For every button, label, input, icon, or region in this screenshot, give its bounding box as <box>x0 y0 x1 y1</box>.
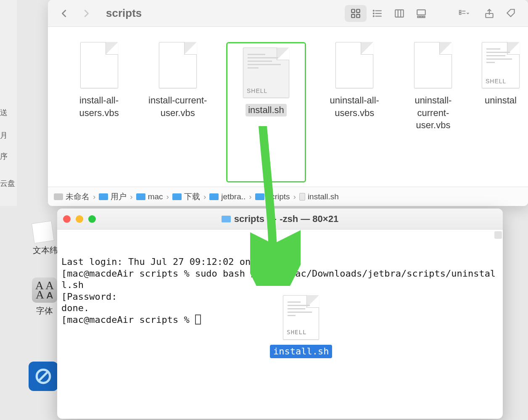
path-segment[interactable]: install.sh <box>299 192 339 201</box>
prohibit-icon <box>29 362 58 391</box>
svg-point-7 <box>373 10 374 11</box>
folder-icon <box>99 193 108 200</box>
file-item[interactable]: uninstall-all-users.vbs <box>325 42 385 182</box>
terminal-line: [mac@macdeAir scripts % sudo bash /Users… <box>61 268 496 291</box>
svg-rect-14 <box>417 16 419 17</box>
folder-icon <box>172 193 182 200</box>
path-segment[interactable]: 下载 <box>172 191 200 202</box>
file-item[interactable]: uninstall-current-user.vbs <box>403 42 463 182</box>
fontbook-icon: A A A ᴀ <box>32 277 57 303</box>
view-gallery-button[interactable] <box>410 5 432 22</box>
view-columns-button[interactable] <box>388 5 410 22</box>
file-icon <box>159 42 197 88</box>
file-label: uninstall-current-user.vbs <box>403 94 463 132</box>
finder-sidebar-fragment: 送 月 序 云盘 <box>0 0 17 206</box>
share-button[interactable] <box>478 5 500 22</box>
finder-file-grid: install-all-users.vbs install-current-us… <box>48 27 528 187</box>
view-list-button[interactable] <box>367 5 388 22</box>
file-label: install-current-user.vbs <box>148 94 208 119</box>
path-segment[interactable]: 未命名 <box>54 191 90 202</box>
forward-button[interactable] <box>82 7 91 20</box>
group-by-button[interactable] <box>450 5 478 22</box>
file-item[interactable]: install-all-users.vbs <box>69 42 129 182</box>
path-segment[interactable]: mac <box>136 192 163 201</box>
file-item[interactable]: install-current-user.vbs <box>148 42 208 182</box>
terminal-window: scripts — -zsh — 80×21 Last login: Thu J… <box>57 209 503 419</box>
sidebar-fragment-item: 送 <box>0 108 8 118</box>
window-close-button[interactable] <box>63 215 71 223</box>
terminal-line: [Password: <box>61 291 117 302</box>
terminal-titlebar[interactable]: scripts — -zsh — 80×21 <box>57 209 503 230</box>
finder-title: scripts <box>106 7 142 20</box>
path-segment[interactable]: scripts <box>255 192 290 201</box>
desktop-fontbook-icon[interactable]: A A A ᴀ 字体 <box>32 277 57 317</box>
file-label: install-all-users.vbs <box>69 94 129 119</box>
file-item-selected[interactable]: install.sh <box>226 42 306 182</box>
shell-file-icon <box>243 48 289 98</box>
terminal-cursor <box>195 314 201 325</box>
finder-toolbar: scripts <box>48 0 528 27</box>
finder-pathbar: 未命名› 用户› mac› 下载› jetbra..› scripts› ins… <box>48 187 528 206</box>
svg-rect-10 <box>395 10 404 17</box>
svg-rect-2 <box>351 14 355 18</box>
scroll-indicator-icon <box>494 231 502 239</box>
svg-rect-15 <box>420 16 422 17</box>
path-segment[interactable]: jetbra.. <box>209 192 246 201</box>
file-label: uninstal <box>485 94 517 107</box>
file-label: uninstall-all-users.vbs <box>325 94 385 119</box>
file-label: install.sh <box>246 104 287 116</box>
file-icon <box>414 42 452 88</box>
tags-button[interactable] <box>500 5 522 22</box>
window-minimize-button[interactable] <box>76 215 83 223</box>
folder-icon <box>222 216 231 222</box>
sidebar-fragment-item: 月 <box>0 130 8 140</box>
folder-icon <box>209 193 219 200</box>
svg-rect-17 <box>459 10 461 12</box>
file-icon <box>335 42 373 88</box>
sidebar-fragment-item: 序 <box>0 151 8 161</box>
shell-file-icon <box>482 42 520 88</box>
desktop-app-icon[interactable] <box>29 362 58 391</box>
terminal-prompt: [mac@macdeAir scripts % <box>61 314 195 325</box>
svg-line-23 <box>39 372 48 381</box>
svg-rect-18 <box>459 13 461 14</box>
svg-rect-1 <box>356 9 360 13</box>
svg-rect-16 <box>423 16 425 17</box>
desktop-icon-label: 文本纬 <box>33 245 58 256</box>
desktop-textedit-icon[interactable]: 文本纬 <box>33 222 58 256</box>
dragged-file-preview[interactable]: install.sh <box>270 295 332 358</box>
sidebar-fragment-item: 云盘 <box>0 178 15 188</box>
desktop-icon-label: 字体 <box>32 305 57 317</box>
svg-point-8 <box>373 13 374 13</box>
svg-rect-0 <box>351 9 355 13</box>
svg-point-9 <box>373 16 374 16</box>
textedit-icon <box>32 221 54 243</box>
terminal-line: Last login: Thu Jul 27 09:12:02 on conso… <box>61 256 295 267</box>
view-icons-button[interactable] <box>345 5 367 22</box>
svg-rect-3 <box>356 14 360 18</box>
drive-icon <box>54 193 63 200</box>
terminal-title: scripts — -zsh — 80×21 <box>222 214 338 225</box>
path-segment[interactable]: 用户 <box>99 191 127 202</box>
terminal-body[interactable]: Last login: Thu Jul 27 09:12:02 on conso… <box>57 230 503 419</box>
document-icon <box>299 193 305 201</box>
window-zoom-button[interactable] <box>88 215 96 223</box>
dragged-file-label: install.sh <box>270 345 332 358</box>
back-button[interactable] <box>60 7 69 20</box>
shell-file-icon <box>283 295 319 340</box>
folder-icon <box>136 193 145 200</box>
view-mode-group <box>345 5 432 22</box>
svg-rect-13 <box>417 10 425 15</box>
folder-icon <box>255 193 264 200</box>
file-item[interactable]: uninstal <box>482 42 520 182</box>
file-icon <box>80 42 118 88</box>
terminal-line: done. <box>61 303 89 313</box>
finder-window: scripts <box>48 0 528 206</box>
